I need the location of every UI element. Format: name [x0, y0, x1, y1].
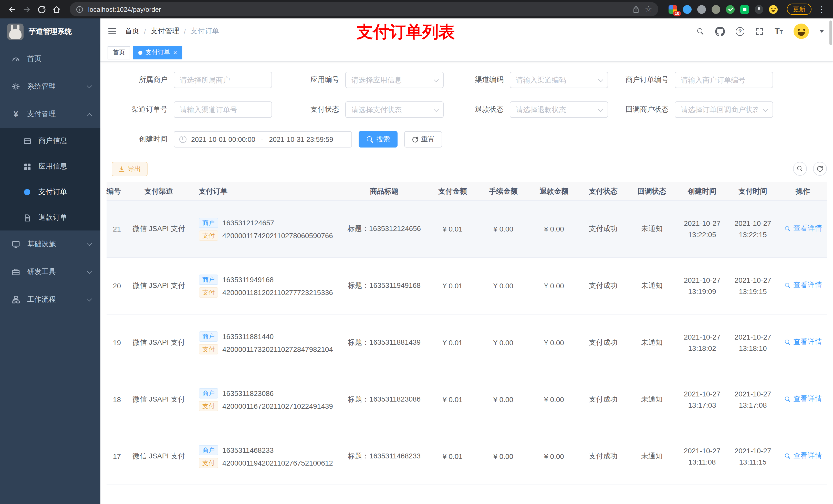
url-bar[interactable]: localhost:1024/pay/order ☆: [70, 2, 658, 16]
extension-icon-blocker[interactable]: 10: [669, 5, 677, 14]
app-select[interactable]: [345, 72, 444, 88]
refresh-table-button[interactable]: [813, 162, 827, 176]
app-logo[interactable]: 芋道管理系统: [0, 19, 100, 45]
pay-status-select[interactable]: [345, 101, 444, 118]
fullscreen-icon[interactable]: [755, 27, 764, 35]
toggle-search-button[interactable]: [793, 162, 807, 176]
search-icon: [784, 339, 790, 345]
browser-update-button[interactable]: 更新: [787, 4, 811, 15]
notify-status-input[interactable]: [675, 101, 773, 118]
tab-pay-order[interactable]: 支付订单 ×: [133, 46, 182, 59]
sidebar-item-system[interactable]: 系统管理: [0, 73, 100, 100]
help-icon[interactable]: [736, 27, 744, 35]
breadcrumb-home[interactable]: 首页: [125, 27, 139, 36]
merchant-order-no-input[interactable]: [675, 72, 773, 88]
extension-icon-green-check[interactable]: [726, 5, 735, 14]
refund-status-input[interactable]: [510, 101, 608, 118]
github-icon[interactable]: [715, 26, 725, 36]
search-icon: [784, 283, 790, 289]
share-icon[interactable]: [632, 5, 640, 13]
extension-icon-grey-2[interactable]: [712, 5, 720, 14]
tab-home[interactable]: 首页: [108, 46, 130, 59]
channel-order-no-input[interactable]: [174, 101, 272, 118]
scrollbar[interactable]: [829, 21, 832, 45]
merchant-input[interactable]: [174, 72, 272, 88]
date-start: 2021-10-01 00:00:00: [191, 136, 255, 143]
sidebar-item-devtools[interactable]: 研发工具: [0, 258, 100, 286]
view-detail-link[interactable]: 查看详情: [784, 281, 822, 290]
merchant-select[interactable]: [174, 72, 272, 88]
table-row[interactable]: 20 微信 JSAPI 支付 商户 1635311949168 支付 42000…: [106, 257, 827, 314]
profile-avatar-icon[interactable]: [769, 5, 778, 14]
refresh-icon: [412, 136, 419, 143]
font-size-icon[interactable]: TT: [775, 27, 783, 36]
filter-label: 应用编号: [272, 75, 339, 85]
view-detail-label: 查看详情: [793, 338, 822, 347]
sidebar-item-infrastructure[interactable]: 基础设施: [0, 231, 100, 258]
sidebar-item-payment[interactable]: ¥ 支付管理: [0, 100, 100, 128]
order-id: 19: [106, 314, 126, 371]
date-range-picker[interactable]: 2021-10-01 00:00:00 - 2021-10-31 23:59:5…: [174, 131, 352, 147]
extension-icon-grey-1[interactable]: [697, 5, 706, 14]
forward-button[interactable]: [20, 2, 34, 16]
notify-status: 未通知: [627, 428, 677, 485]
user-avatar[interactable]: [793, 24, 809, 39]
filter-item-channel-order-no: 渠道订单号: [101, 101, 272, 118]
filter-form: 所属商户 应用编号 渠道编码: [100, 62, 833, 152]
sidebar-item-app-info[interactable]: 应用信息: [0, 154, 100, 179]
table-row[interactable]: 21 微信 JSAPI 支付 商户 1635312124657 支付 42000…: [106, 200, 827, 257]
table-row[interactable]: 17 微信 JSAPI 支付 商户 1635311468233 支付 42000…: [106, 428, 827, 485]
view-detail-link[interactable]: 查看详情: [784, 338, 822, 347]
view-detail-link[interactable]: 查看详情: [784, 394, 822, 404]
site-info-icon[interactable]: [76, 5, 84, 13]
search-icon[interactable]: [697, 27, 705, 35]
hamburger-icon[interactable]: [108, 27, 117, 36]
breadcrumb-separator: /: [144, 27, 146, 35]
extensions-area: 10: [664, 5, 782, 14]
app-select-input[interactable]: [345, 72, 444, 88]
extension-icon-green-square[interactable]: [740, 5, 749, 14]
toolbox-icon: [11, 268, 21, 276]
channel-code-select[interactable]: [510, 72, 608, 88]
bookmark-star-icon[interactable]: ☆: [645, 5, 652, 13]
refund-status-select[interactable]: [510, 101, 608, 118]
sidebar-item-workflow[interactable]: 工作流程: [0, 286, 100, 313]
merchant-order-no-field[interactable]: [675, 72, 773, 88]
sidebar-item-merchant-info[interactable]: 商户信息: [0, 128, 100, 154]
notify-status: 未通知: [627, 314, 677, 371]
pay-status: 支付成功: [579, 428, 627, 485]
url-text[interactable]: localhost:1024/pay/order: [88, 5, 627, 13]
extension-badge: 10: [673, 10, 681, 16]
sidebar-item-refund-order[interactable]: 退款订单: [0, 205, 100, 231]
tab-close-icon[interactable]: ×: [173, 49, 177, 55]
breadcrumb: 首页 / 支付管理 / 支付订单: [125, 27, 219, 36]
table-row[interactable]: 18 微信 JSAPI 支付 商户 1635311823086 支付 42000…: [106, 371, 827, 428]
view-detail-link[interactable]: 查看详情: [784, 452, 822, 461]
credit-card-icon: [23, 137, 32, 145]
back-button[interactable]: [5, 2, 19, 16]
sidebar-item-home[interactable]: 首页: [0, 45, 100, 73]
pay-time: 2021-10-27 13:18:10: [728, 314, 778, 371]
home-button[interactable]: [50, 2, 64, 16]
channel-order-no-field[interactable]: [174, 101, 272, 118]
breadcrumb-pay-mgmt[interactable]: 支付管理: [151, 27, 179, 36]
filter-label: 回调商户状态: [602, 105, 669, 114]
channel-code-input[interactable]: [510, 72, 608, 88]
extension-icon-drop[interactable]: [683, 5, 692, 14]
orders-table: 编号 支付渠道 支付订单 商品标题 支付金额 手续金额 退款金额 支付状态 回调…: [106, 182, 827, 504]
search-button[interactable]: 搜索: [359, 131, 398, 147]
pay-time: 2021-10-27 13:11:15: [728, 428, 778, 485]
sidebar-item-pay-order[interactable]: 支付订单: [0, 179, 100, 205]
reset-button[interactable]: 重置: [404, 131, 442, 147]
reload-button[interactable]: [35, 2, 49, 16]
table-row-partial[interactable]: 商户 1635311251786: [106, 485, 827, 504]
extension-icon-pin[interactable]: [755, 5, 763, 14]
user-menu-caret-icon[interactable]: [820, 30, 824, 32]
notify-status-select[interactable]: [675, 101, 773, 118]
pay-status-input[interactable]: [345, 101, 444, 118]
table-row[interactable]: 19 微信 JSAPI 支付 商户 1635311881440 支付 42000…: [106, 314, 827, 371]
browser-menu-icon[interactable]: ⋮: [815, 4, 828, 14]
view-detail-link[interactable]: 查看详情: [784, 224, 822, 233]
export-button[interactable]: 导出: [112, 162, 147, 176]
col-header-notify: 回调状态: [627, 182, 677, 200]
